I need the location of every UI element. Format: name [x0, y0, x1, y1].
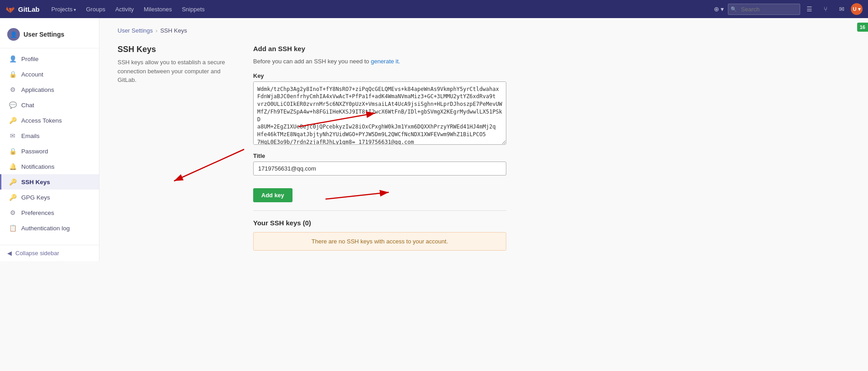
main-layout: 👤 User Settings 👤 Profile 🔒 Account ⚙ Ap… [0, 18, 868, 371]
sidebar-item-label-emails: Emails [21, 133, 40, 139]
title-field: Title [253, 152, 506, 176]
sidebar-item-label-chat: Chat [21, 102, 34, 109]
collapse-sidebar-button[interactable]: ◀ Collapse sidebar [7, 250, 92, 257]
key-textarea[interactable]: Wdmk/tzChp3Ag2y8InoT+fY8NsRO7+ziPqQcGELQ… [253, 81, 506, 145]
brand-name: GitLab [18, 5, 40, 13]
issue-icon[interactable]: ✉ [835, 2, 849, 16]
sidebar-item-ssh-keys[interactable]: 🔑 SSH Keys [0, 174, 99, 190]
title-label: Title [253, 152, 506, 159]
sidebar-item-label-account: Account [21, 71, 43, 78]
todo-icon[interactable]: ☰ [802, 2, 816, 16]
section-description: SSH keys allow you to establish a secure… [118, 58, 226, 85]
preferences-icon: ⚙ [9, 209, 17, 216]
add-ssh-key-title: Add an SSH key [253, 45, 506, 52]
sidebar-item-notifications[interactable]: 🔔 Notifications [0, 159, 99, 174]
title-input[interactable] [253, 162, 506, 176]
your-keys-title: Your SSH keys (0) [253, 219, 506, 227]
section-title: SSH Keys [118, 45, 226, 54]
nav-activity[interactable]: Activity [111, 4, 138, 14]
sidebar-item-password[interactable]: 🔒 Password [0, 143, 99, 159]
notifications-icon: 🔔 [9, 163, 17, 170]
fork-icon[interactable]: ⑂ [818, 2, 833, 16]
collapse-label: Collapse sidebar [15, 250, 59, 257]
sidebar-item-label-preferences: Preferences [21, 209, 54, 216]
sidebar-item-label-notifications: Notifications [21, 163, 55, 170]
applications-icon: ⚙ [9, 86, 17, 93]
sidebar-item-label-profile: Profile [21, 56, 38, 62]
notification-badge[interactable]: 16 [857, 23, 868, 32]
chat-icon: 💬 [9, 101, 17, 109]
key-label: Key [253, 72, 506, 79]
sidebar: 👤 User Settings 👤 Profile 🔒 Account ⚙ Ap… [0, 18, 99, 261]
sidebar-item-label-access-tokens: Access Tokens [21, 117, 62, 124]
nav-milestones[interactable]: Milestones [139, 4, 176, 14]
user-avatar[interactable]: U ▾ [851, 3, 863, 15]
gpg-keys-icon: 🔑 [9, 194, 17, 201]
auth-log-icon: 📋 [9, 224, 17, 232]
sidebar-item-emails[interactable]: ✉ Emails [0, 128, 99, 143]
brand-logo[interactable]: GitLab [5, 4, 40, 14]
sidebar-item-label-ssh-keys: SSH Keys [21, 179, 50, 186]
sidebar-item-access-tokens[interactable]: 🔑 Access Tokens [0, 113, 99, 128]
right-column: Add an SSH key Before you can add an SSH… [253, 45, 506, 251]
breadcrumb-separator: › [156, 27, 157, 34]
nav-groups[interactable]: Groups [81, 4, 110, 14]
generate-link[interactable]: generate it. [371, 58, 400, 65]
collapse-icon: ◀ [7, 250, 12, 257]
nav-snippets[interactable]: Snippets [177, 4, 209, 14]
breadcrumb: User Settings › SSH Keys [118, 27, 850, 34]
sidebar-wrapper: 👤 User Settings 👤 Profile 🔒 Account ⚙ Ap… [0, 18, 99, 371]
sidebar-user-label: User Settings [24, 31, 64, 38]
section-divider [253, 210, 506, 211]
breadcrumb-current: SSH Keys [160, 27, 187, 34]
emails-icon: ✉ [9, 132, 17, 139]
sidebar-user-header: 👤 User Settings [0, 24, 99, 48]
sidebar-item-gpg-keys[interactable]: 🔑 GPG Keys [0, 190, 99, 205]
sidebar-item-account[interactable]: 🔒 Account [0, 67, 99, 82]
search-input[interactable] [728, 4, 800, 15]
sidebar-item-label-applications: Applications [21, 86, 54, 93]
gitlab-icon [5, 4, 15, 14]
sidebar-item-auth-log[interactable]: 📋 Authentication log [0, 220, 99, 236]
new-item-button[interactable]: ⊕ ▾ [712, 2, 726, 16]
no-keys-notice: There are no SSH keys with access to you… [253, 232, 506, 251]
access-tokens-icon: 🔑 [9, 117, 17, 124]
breadcrumb-parent-link[interactable]: User Settings [118, 27, 153, 34]
profile-icon: 👤 [9, 55, 17, 62]
add-desc-text: Before you can add an SSH key you need t… [253, 58, 369, 65]
sidebar-item-chat[interactable]: 💬 Chat [0, 97, 99, 113]
nav-links: Projects Groups Activity Milestones Snip… [47, 4, 209, 14]
password-icon: 🔒 [9, 147, 17, 155]
sidebar-item-profile[interactable]: 👤 Profile [0, 51, 99, 67]
sidebar-user-icon: 👤 [7, 28, 20, 41]
top-nav: GitLab Projects Groups Activity Mileston… [0, 0, 868, 18]
sidebar-item-label-password: Password [21, 148, 48, 155]
sidebar-item-preferences[interactable]: ⚙ Preferences [0, 205, 99, 220]
main-content: User Settings › SSH Keys SSH Keys SSH ke… [99, 18, 868, 371]
ssh-keys-icon: 🔑 [9, 178, 17, 186]
add-ssh-key-description: Before you can add an SSH key you need t… [253, 57, 506, 66]
key-field: Key Wdmk/tzChp3Ag2y8InoT+fY8NsRO7+ziPqQc… [253, 72, 506, 146]
account-icon: 🔒 [9, 71, 17, 78]
sidebar-item-label-gpg-keys: GPG Keys [21, 194, 50, 201]
sidebar-item-label-auth-log: Authentication log [21, 225, 70, 232]
no-keys-text: There are no SSH keys with access to you… [311, 238, 448, 245]
left-column: SSH Keys SSH keys allow you to establish… [118, 45, 226, 251]
add-key-button[interactable]: Add key [253, 188, 292, 202]
sidebar-item-applications[interactable]: ⚙ Applications [0, 82, 99, 97]
nav-projects[interactable]: Projects [47, 4, 81, 14]
search-wrap [728, 4, 800, 15]
top-nav-right: ⊕ ▾ ☰ ⑂ ✉ U ▾ [712, 2, 863, 16]
content-columns: SSH Keys SSH keys allow you to establish… [118, 45, 850, 251]
